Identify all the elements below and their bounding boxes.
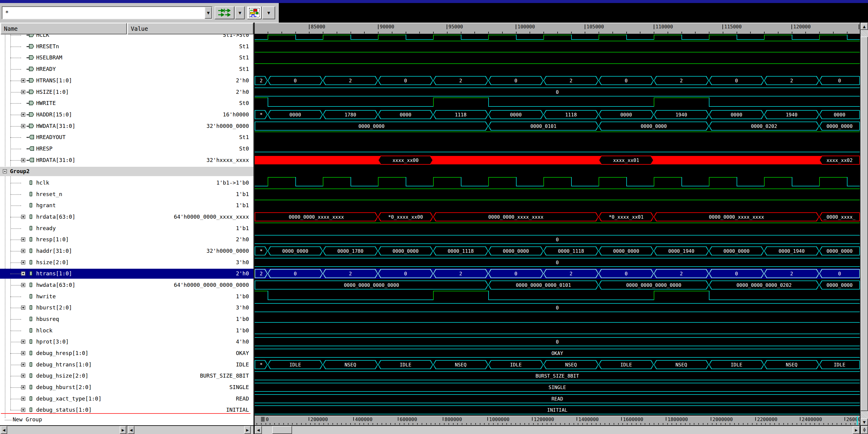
expand-box[interactable]: [21, 124, 25, 128]
minor-tick: [395, 423, 396, 425]
wave-line: [626, 39, 654, 40]
scroll-right-button[interactable]: ▶: [852, 426, 860, 434]
expand-box[interactable]: [21, 158, 25, 162]
minor-tick: [493, 423, 494, 425]
name-column-header[interactable]: Name: [1, 23, 127, 34]
expand-box[interactable]: [21, 113, 25, 117]
tree-stub: [10, 273, 21, 274]
expand-box[interactable]: [21, 215, 25, 219]
expand-box[interactable]: [21, 397, 25, 401]
ruler-label: 200000: [310, 416, 328, 422]
minor-tick: [681, 423, 681, 425]
minor-tick: [654, 32, 654, 33]
wave-vscrollbar[interactable]: ▲ ▼: [861, 23, 868, 426]
value-hscrollbar[interactable]: ◀ ▶: [127, 426, 253, 434]
wave-hscrollbar[interactable]: ◀ ▶: [255, 426, 860, 434]
bus-cell: 0000_0000_xxxx_xxxx: [654, 212, 819, 221]
minor-tick: [355, 423, 355, 425]
wave-line: [255, 322, 860, 323]
wave-edge: [544, 35, 544, 40]
expand-box[interactable]: [21, 249, 25, 253]
wave-line: [268, 106, 433, 107]
minor-tick: [404, 423, 404, 425]
scroll-down-button[interactable]: ▼: [861, 418, 868, 426]
wave-line: [268, 299, 433, 300]
expand-box[interactable]: [21, 79, 25, 83]
minor-tick: [301, 423, 302, 425]
bus-cell: 0000_1940: [654, 247, 709, 256]
bus-value-label: 0000_1780: [337, 248, 364, 254]
major-tick: [577, 417, 577, 421]
waveform-window-button[interactable]: [247, 6, 261, 19]
expand-box[interactable]: [21, 237, 25, 241]
wave-line: [255, 200, 860, 200]
minor-tick: [810, 423, 810, 425]
filter-dropdown-button[interactable]: ▼: [205, 7, 212, 19]
hscroll-thumb[interactable]: [272, 426, 292, 434]
wave-line: [255, 97, 268, 98]
minor-tick: [520, 423, 521, 425]
overview-time-ruler[interactable]: 0200000400000600000800000100000012000001…: [255, 415, 860, 425]
expand-box[interactable]: [21, 408, 25, 412]
minor-tick: [419, 32, 420, 33]
bus-value-label: 0: [404, 78, 407, 84]
signal-name: HREADY: [36, 65, 56, 73]
expand-box[interactable]: [21, 271, 25, 276]
minor-tick: [288, 423, 288, 425]
bus-cell: 0: [819, 269, 860, 278]
wave-line: [847, 186, 860, 186]
minor-tick: [435, 423, 435, 425]
vscroll-thumb[interactable]: [861, 36, 868, 411]
waveform-dropdown-button[interactable]: ▼: [262, 6, 275, 19]
top-time-ruler[interactable]: 8500090000950001000001050001100001150001…: [255, 23, 860, 34]
minor-tick: [474, 32, 475, 33]
expand-box[interactable]: [21, 260, 25, 264]
expand-box[interactable]: [21, 306, 25, 310]
tree-stub: [10, 228, 21, 229]
expand-box[interactable]: [21, 90, 25, 94]
bus-constant: 0: [255, 303, 860, 312]
scroll-left-button[interactable]: ◀: [255, 426, 262, 434]
tree-stub: [10, 35, 21, 36]
major-tick: [487, 417, 488, 421]
minor-tick: [833, 32, 834, 33]
major-tick: [516, 24, 516, 29]
wave-line: [255, 39, 268, 40]
minor-tick: [350, 32, 351, 33]
view-region-indicator[interactable]: [261, 417, 265, 422]
scroll-left-button[interactable]: ◀: [128, 426, 134, 434]
minor-tick: [533, 423, 534, 425]
minor-tick: [756, 423, 757, 425]
expand-box[interactable]: [21, 385, 25, 389]
tree-stub: [10, 296, 21, 297]
minor-tick: [658, 423, 659, 425]
expand-box[interactable]: [21, 374, 25, 378]
wave-edge: [488, 177, 489, 186]
collapse-box[interactable]: [3, 169, 7, 173]
signal-filter-input[interactable]: *: [2, 6, 213, 19]
bus-value-label: 0000_1118: [558, 248, 584, 254]
scroll-right-button[interactable]: ▶: [244, 426, 251, 434]
bus-value-label: 1940: [675, 112, 687, 118]
expand-box[interactable]: [21, 283, 25, 287]
transition-arrows-button[interactable]: [215, 6, 235, 19]
expand-box[interactable]: [21, 351, 25, 355]
bus-value-label: IDLE: [731, 362, 742, 368]
new-group-row[interactable]: New Group: [0, 416, 253, 424]
scroll-left-button[interactable]: ◀: [1, 426, 7, 434]
transition-dropdown-button[interactable]: ▼: [235, 6, 245, 19]
expand-box[interactable]: [21, 363, 25, 367]
scroll-up-button[interactable]: ▲: [861, 23, 868, 30]
bus-cell: *0_xxxx_xx01: [598, 212, 654, 221]
name-hscrollbar[interactable]: ◀ ▶: [0, 426, 127, 434]
window-title-bar[interactable]: [0, 0, 868, 3]
bus-cell: 1118: [433, 110, 488, 119]
minor-tick: [672, 423, 672, 425]
major-tick: [378, 24, 378, 29]
scroll-right-button[interactable]: ▶: [120, 426, 126, 434]
value-column-header[interactable]: Value: [127, 23, 253, 34]
group-header-row[interactable]: [0, 167, 253, 176]
corner-snap-button[interactable]: ϕ: [861, 426, 868, 434]
bus-cell: 0000: [488, 110, 544, 119]
expand-box[interactable]: [21, 340, 25, 344]
